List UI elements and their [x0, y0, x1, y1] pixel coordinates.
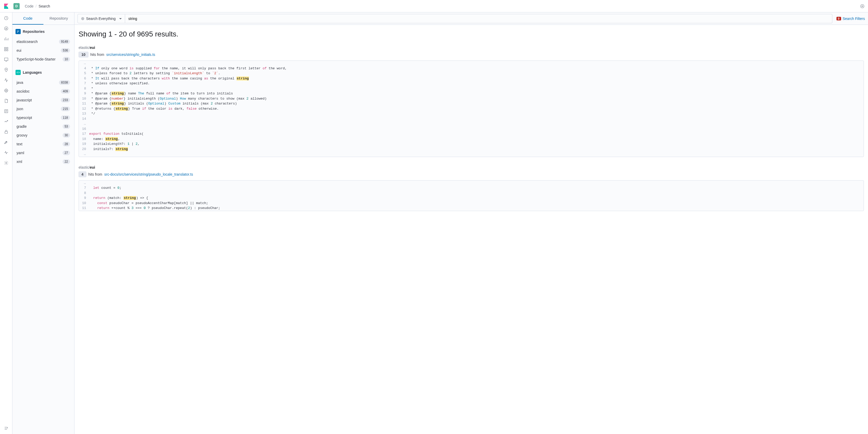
result-hits: 10 hits from src/services/string/to_init…: [79, 52, 864, 57]
facet-count: 22: [63, 159, 70, 164]
svg-rect-8: [4, 58, 8, 61]
result-block: elastic/eui 10 hits from src/services/st…: [79, 46, 864, 157]
infra-icon[interactable]: [4, 88, 9, 93]
facet-item-lang[interactable]: javascript233: [16, 96, 71, 105]
svg-point-11: [5, 89, 8, 92]
svg-rect-4: [4, 47, 6, 49]
svg-point-9: [6, 69, 6, 69]
svg-point-1: [862, 5, 863, 7]
management-icon[interactable]: [4, 161, 9, 166]
svg-rect-13: [5, 132, 7, 134]
apm-icon[interactable]: [4, 109, 9, 114]
facet-count: 9149: [59, 39, 70, 44]
space-selector[interactable]: D: [13, 3, 20, 9]
facet-count: 27: [63, 150, 70, 155]
search-filters-toggle[interactable]: 0 Search Filters: [836, 17, 865, 21]
tab-repository[interactable]: Repository: [43, 12, 74, 25]
recent-icon[interactable]: [4, 16, 9, 21]
results-panel: Showing 1 - 20 of 9695 results. elastic/…: [74, 25, 868, 434]
ml-icon[interactable]: [4, 78, 9, 83]
breadcrumb-current: Search: [38, 4, 50, 8]
facet-item-lang[interactable]: java8338: [16, 78, 71, 87]
facet-count: 30: [63, 133, 70, 138]
uptime-icon[interactable]: [4, 119, 9, 124]
maps-icon[interactable]: [4, 67, 9, 73]
facet-item-lang[interactable]: asciidoc409: [16, 87, 71, 96]
facet-item-lang[interactable]: json215: [16, 105, 71, 113]
filter-count-badge: 0: [836, 17, 841, 21]
top-header: D Code / Search: [0, 0, 868, 12]
code-tabs: Code Repository: [12, 12, 74, 25]
facet-item-lang[interactable]: groovy30: [16, 131, 71, 140]
kibana-logo[interactable]: [3, 3, 9, 9]
facet-item-repo[interactable]: elasticsearch9149: [16, 37, 71, 46]
dashboard-icon[interactable]: [4, 47, 9, 52]
logs-icon[interactable]: [4, 98, 9, 104]
svg-rect-6: [4, 50, 6, 51]
hits-count-badge: 4: [79, 172, 86, 177]
facet-item-repo[interactable]: TypeScript-Node-Starter10: [16, 55, 71, 64]
tab-code[interactable]: Code: [12, 12, 43, 25]
facet-count: 215: [61, 107, 70, 111]
facet-count: 8338: [59, 80, 70, 85]
facet-item-lang[interactable]: text28: [16, 140, 71, 148]
svg-point-16: [82, 18, 83, 19]
facet-item-lang[interactable]: xml22: [16, 157, 71, 166]
facets-sidebar: Repositories elasticsearch9149eui536Type…: [12, 25, 74, 434]
facet-count: 28: [63, 142, 70, 146]
collapse-nav-icon[interactable]: [4, 426, 9, 431]
facet-count: 118: [61, 115, 70, 120]
monitoring-icon[interactable]: [4, 150, 9, 155]
devtools-icon[interactable]: [4, 140, 9, 145]
result-path-link[interactable]: src/services/string/to_initials.ts: [106, 53, 155, 57]
search-input[interactable]: [125, 14, 832, 23]
breadcrumbs: Code / Search: [25, 4, 50, 8]
discover-icon[interactable]: [4, 26, 9, 31]
results-heading: Showing 1 - 20 of 9695 results.: [79, 30, 864, 38]
facet-item-lang[interactable]: typescript118: [16, 113, 71, 122]
search-scope-select[interactable]: Search Everything: [78, 14, 125, 23]
breadcrumb-root[interactable]: Code: [25, 4, 33, 8]
svg-rect-5: [6, 47, 8, 49]
newsfeed-icon[interactable]: [860, 4, 865, 9]
code-snippet[interactable]: ‥4 * If only one word is supplied for th…: [79, 60, 864, 157]
svg-point-14: [5, 163, 7, 164]
side-nav-rail: [0, 12, 12, 434]
result-repo: elastic/eui: [79, 46, 864, 50]
visualize-icon[interactable]: [4, 36, 9, 41]
svg-point-3: [4, 27, 8, 30]
facet-item-lang[interactable]: gradle53: [16, 122, 71, 131]
svg-point-15: [82, 17, 84, 20]
result-path-link[interactable]: src-docs/src/services/string/pseudo_loca…: [104, 172, 193, 176]
branch-icon: [16, 29, 21, 34]
facet-item-lang[interactable]: yaml27: [16, 148, 71, 157]
svg-point-0: [861, 4, 864, 8]
facet-item-repo[interactable]: eui536: [16, 46, 71, 55]
facet-count: 233: [61, 98, 70, 103]
facet-count: 409: [61, 89, 70, 94]
siem-icon[interactable]: [4, 129, 9, 135]
code-icon: [16, 70, 21, 75]
tabs-search-row: Code Repository Search Everything 0 Sear…: [12, 12, 868, 25]
search-scope-label: Search Everything: [86, 17, 116, 21]
result-repo: elastic/eui: [79, 165, 864, 169]
breadcrumb-separator: /: [35, 4, 36, 8]
facet-count: 53: [63, 124, 70, 129]
svg-point-10: [5, 90, 7, 91]
hits-count-badge: 10: [79, 52, 88, 57]
result-hits: 4 hits from src-docs/src/services/string…: [79, 172, 864, 177]
code-snippet[interactable]: ‥7 let count = 0;89 return (match: strin…: [79, 180, 864, 211]
facet-count: 536: [61, 48, 70, 53]
result-block: elastic/eui 4 hits from src-docs/src/ser…: [79, 165, 864, 211]
svg-rect-7: [6, 50, 8, 51]
canvas-icon[interactable]: [4, 57, 9, 62]
facet-count: 10: [63, 57, 70, 62]
facet-repositories: Repositories elasticsearch9149eui536Type…: [16, 29, 71, 64]
facet-languages: Languages java8338asciidoc409javascript2…: [16, 70, 71, 166]
